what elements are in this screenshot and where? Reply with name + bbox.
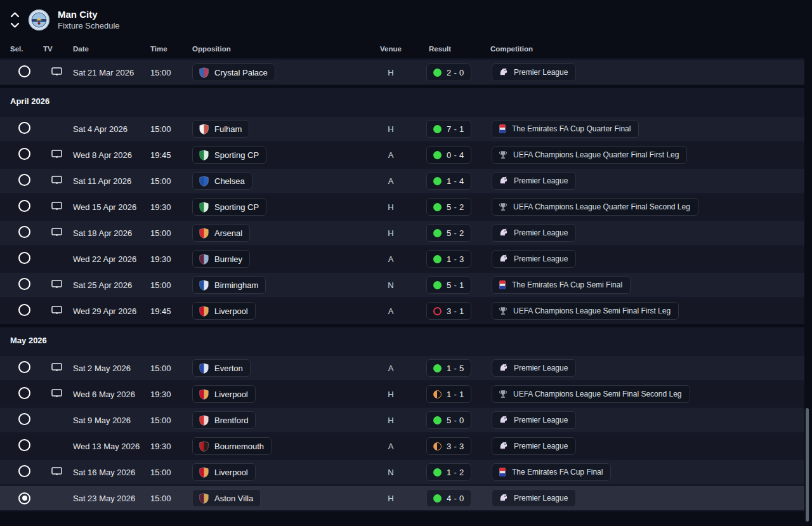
result-pill[interactable]: 5 - 2 bbox=[426, 224, 471, 242]
competition-pill[interactable]: Premier League bbox=[492, 63, 576, 81]
competition-pill[interactable]: The Emirates FA Cup Final bbox=[492, 463, 611, 481]
opposition-pill[interactable]: Chelsea bbox=[192, 172, 252, 190]
competition-name: The Emirates FA Cup Final bbox=[512, 468, 603, 477]
scrollbar-track[interactable] bbox=[804, 58, 812, 526]
result-pill[interactable]: 5 - 2 bbox=[426, 198, 471, 216]
opposition-name: Fulham bbox=[214, 124, 242, 134]
opposition-pill[interactable]: Fulham bbox=[192, 120, 249, 138]
fixture-row[interactable]: Sat 21 Mar 2026 15:00 Crystal Palace H 2… bbox=[0, 60, 804, 84]
opposition-pill[interactable]: Brentford bbox=[192, 411, 256, 429]
result-pill[interactable]: 1 - 5 bbox=[426, 359, 471, 377]
result-pill[interactable]: 7 - 1 bbox=[426, 120, 471, 138]
fixture-row[interactable]: Sat 25 Apr 2026 15:00 Birmingham N 5 - 1 bbox=[0, 273, 804, 297]
opposition-pill[interactable]: Arsenal bbox=[192, 224, 250, 242]
result-pill[interactable]: 1 - 1 bbox=[426, 385, 471, 403]
fixture-row[interactable]: Wed 6 May 2026 19:30 Liverpool H 1 - 1 bbox=[0, 382, 804, 406]
column-header-sel[interactable]: Sel. bbox=[0, 45, 36, 53]
opposition-name: Brentford bbox=[214, 416, 248, 425]
fixture-select-radio[interactable] bbox=[18, 465, 30, 477]
fixture-row[interactable]: Wed 22 Apr 2026 19:30 Burnley A 1 - 3 bbox=[0, 247, 804, 271]
fixture-select-radio[interactable] bbox=[18, 413, 30, 425]
fixture-row[interactable]: Sat 2 May 2026 15:00 Everton A 1 - 5 bbox=[0, 356, 804, 380]
column-header-venue[interactable]: Venue bbox=[365, 45, 416, 53]
competition-pill[interactable]: Premier League bbox=[492, 489, 576, 507]
column-header-result[interactable]: Result bbox=[416, 45, 481, 53]
tv-icon bbox=[51, 363, 62, 372]
competition-name: Premier League bbox=[514, 416, 568, 424]
fixture-row[interactable]: Sat 9 May 2026 15:00 Brentford H 5 - 0 bbox=[0, 408, 804, 432]
competition-pill[interactable]: The Emirates FA Cup Semi Final bbox=[492, 276, 631, 294]
result-pill[interactable]: 2 - 0 bbox=[426, 63, 471, 81]
fixture-select-radio[interactable] bbox=[18, 174, 30, 186]
competition-pill[interactable]: UEFA Champions League Semi Final First L… bbox=[492, 302, 679, 320]
competition-pill[interactable]: Premier League bbox=[492, 437, 576, 455]
opposition-pill[interactable]: Sporting CP bbox=[192, 146, 266, 164]
competition-pill[interactable]: Premier League bbox=[492, 359, 576, 377]
fixture-select-radio[interactable] bbox=[18, 492, 30, 504]
opposition-pill[interactable]: Sporting CP bbox=[192, 198, 266, 216]
fixture-select-radio[interactable] bbox=[18, 122, 30, 134]
fixture-row[interactable]: Sat 4 Apr 2026 15:00 Fulham H 7 - 1 T bbox=[0, 117, 804, 141]
fixture-row[interactable]: Sat 11 Apr 2026 15:00 Chelsea A 1 - 4 bbox=[0, 169, 804, 193]
competition-pill[interactable]: UEFA Champions League Semi Final Second … bbox=[492, 385, 690, 403]
competition-pill[interactable]: The Emirates FA Cup Quarter Final bbox=[492, 120, 639, 138]
column-header-time[interactable]: Time bbox=[143, 45, 187, 53]
result-pill[interactable]: 1 - 4 bbox=[426, 172, 471, 190]
result-pill[interactable]: 4 - 0 bbox=[426, 489, 471, 507]
result-pill[interactable]: 3 - 3 bbox=[426, 437, 471, 455]
column-header-competition[interactable]: Competition bbox=[481, 45, 804, 53]
fixture-select-radio[interactable] bbox=[18, 226, 30, 238]
fixture-row[interactable]: Wed 8 Apr 2026 19:45 Sporting CP A 0 - 4 bbox=[0, 143, 804, 167]
opposition-pill[interactable]: Burnley bbox=[192, 250, 250, 268]
fixture-select-radio[interactable] bbox=[18, 148, 30, 160]
fixture-select-radio[interactable] bbox=[18, 200, 30, 212]
venue-indicator: A bbox=[365, 306, 416, 316]
fixture-row[interactable]: Wed 13 May 2026 19:30 Bournemouth A 3 - … bbox=[0, 434, 804, 458]
result-pill[interactable]: 1 - 2 bbox=[426, 463, 471, 481]
competition-pill[interactable]: UEFA Champions League Quarter Final Seco… bbox=[492, 198, 698, 216]
chevron-up-icon[interactable] bbox=[10, 11, 20, 18]
fixture-select-radio[interactable] bbox=[18, 439, 30, 451]
opposition-pill[interactable]: Bournemouth bbox=[192, 437, 272, 455]
competition-pill[interactable]: Premier League bbox=[492, 224, 576, 242]
fixture-row[interactable]: Sat 16 May 2026 15:00 Liverpool N 1 - 2 bbox=[0, 460, 804, 484]
section-header: April 2026 bbox=[0, 95, 804, 106]
fixture-select-radio[interactable] bbox=[18, 65, 30, 77]
result-pill[interactable]: 0 - 4 bbox=[426, 146, 471, 164]
column-header-tv[interactable]: TV bbox=[36, 45, 66, 53]
competition-pill[interactable]: Premier League bbox=[492, 250, 576, 268]
fixture-select-radio[interactable] bbox=[18, 387, 30, 399]
fixture-select-radio[interactable] bbox=[18, 304, 30, 316]
opposition-pill[interactable]: Everton bbox=[192, 359, 251, 377]
opposition-pill[interactable]: Birmingham bbox=[192, 276, 266, 294]
result-pill[interactable]: 3 - 1 bbox=[426, 302, 471, 320]
result-pill[interactable]: 5 - 0 bbox=[426, 411, 471, 429]
opposition-pill[interactable]: Liverpool bbox=[192, 463, 256, 481]
result-pill[interactable]: 1 - 3 bbox=[426, 250, 471, 268]
competition-pill[interactable]: Premier League bbox=[492, 172, 576, 190]
column-header-date[interactable]: Date bbox=[66, 45, 143, 53]
fixture-row[interactable]: Wed 15 Apr 2026 19:30 Sporting CP H 5 - … bbox=[0, 195, 804, 219]
competition-pill[interactable]: UEFA Champions League Quarter Final Firs… bbox=[492, 146, 687, 164]
venue-indicator: A bbox=[365, 364, 416, 373]
competition-pill[interactable]: Premier League bbox=[492, 411, 576, 429]
opposition-pill[interactable]: Liverpool bbox=[192, 385, 256, 403]
result-indicator-icon bbox=[433, 255, 442, 263]
opposition-pill[interactable]: Aston Villa bbox=[192, 489, 261, 507]
result-pill[interactable]: 5 - 1 bbox=[426, 276, 471, 294]
fixture-row[interactable]: Wed 29 Apr 2026 19:45 Liverpool A 3 - 1 bbox=[0, 299, 804, 323]
opposition-pill[interactable]: Crystal Palace bbox=[192, 63, 275, 81]
chevron-down-icon[interactable] bbox=[10, 22, 20, 29]
fixture-select-radio[interactable] bbox=[18, 278, 30, 290]
result-indicator-icon bbox=[433, 494, 442, 503]
column-header-opposition[interactable]: Opposition bbox=[187, 45, 365, 53]
premier-league-icon bbox=[499, 176, 508, 186]
opposition-pill[interactable]: Liverpool bbox=[192, 302, 256, 320]
fixture-row[interactable]: Sat 23 May 2026 15:00 Aston Villa H 4 - … bbox=[0, 486, 804, 510]
fixture-select-radio[interactable] bbox=[18, 361, 30, 373]
fixture-select-radio[interactable] bbox=[18, 252, 30, 264]
fixture-row[interactable]: Sat 18 Apr 2026 15:00 Arsenal H 5 - 2 bbox=[0, 221, 804, 245]
result-indicator-icon bbox=[433, 151, 442, 159]
scrollbar-thumb[interactable] bbox=[806, 408, 809, 522]
fixture-month-section: April 2026 Sat 4 Apr 2026 15:00 Fulham H bbox=[0, 88, 804, 324]
